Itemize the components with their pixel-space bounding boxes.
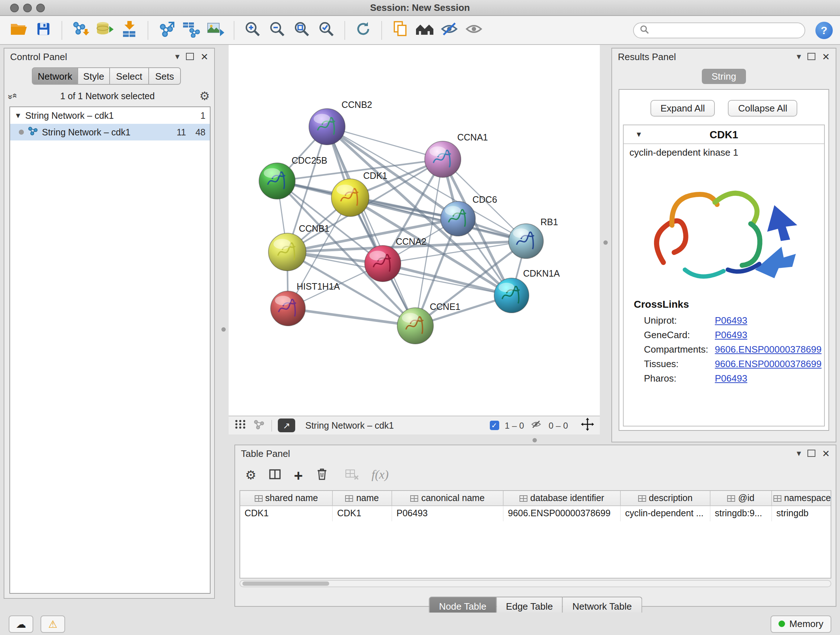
collapse-all-networks-icon[interactable]: » <box>9 95 19 98</box>
column-header[interactable]: database identifier <box>504 491 621 505</box>
export-image-button[interactable] <box>204 19 227 42</box>
column-header[interactable]: name <box>333 491 392 505</box>
zoom-fit-button[interactable] <box>290 19 313 42</box>
table-cell[interactable]: P06493 <box>392 506 504 521</box>
table-cell[interactable]: stringdb <box>772 506 831 521</box>
add-column-icon[interactable]: + <box>294 467 303 483</box>
panel-close-icon[interactable]: ✕ <box>822 52 830 61</box>
delete-column-trash-icon[interactable] <box>316 468 327 482</box>
panel-menu-caret-icon[interactable]: ▾ <box>175 52 180 61</box>
tab-sets[interactable]: Sets <box>149 67 181 85</box>
network-options-gear-icon[interactable]: ⚙ <box>199 90 210 102</box>
splitter-handle[interactable] <box>532 438 537 442</box>
tab-select[interactable]: Select <box>110 67 149 85</box>
panel-float-icon[interactable] <box>807 450 815 457</box>
save-session-button[interactable] <box>32 19 55 42</box>
crosslink-link[interactable]: P06493 <box>715 329 747 340</box>
column-header[interactable]: @id <box>711 491 772 505</box>
clone-network-button[interactable] <box>155 19 178 42</box>
table-cell[interactable]: CDK1 <box>333 506 392 521</box>
open-session-button[interactable] <box>7 19 30 42</box>
import-table-from-file-button[interactable] <box>118 19 141 42</box>
tab-style[interactable]: Style <box>78 67 110 85</box>
table-cell[interactable]: stringdb:9... <box>711 506 772 521</box>
first-neighbors-button[interactable] <box>413 19 436 42</box>
table-cell[interactable]: 9606.ENSP00000378699 <box>504 506 621 521</box>
help-button[interactable]: ? <box>815 21 833 39</box>
panel-menu-caret-icon[interactable]: ▾ <box>797 449 801 458</box>
memory-button[interactable]: Memory <box>771 615 831 632</box>
zoom-fit-icon <box>293 20 310 40</box>
warnings-button[interactable]: ⚠ <box>41 615 65 632</box>
network-node-ccna2[interactable] <box>365 245 401 282</box>
gene-card-header[interactable]: ▼ CDK1 <box>624 125 824 144</box>
expand-all-button[interactable]: Expand All <box>651 100 715 117</box>
results-tab-string[interactable]: String <box>701 69 746 84</box>
zoom-selected-button[interactable] <box>315 19 338 42</box>
column-header[interactable]: namespace <box>772 491 831 505</box>
network-node-ccne1[interactable] <box>397 308 433 344</box>
splitter-handle[interactable] <box>603 241 608 245</box>
hide-selection-button[interactable] <box>438 19 461 42</box>
network-node-cdk1[interactable] <box>332 179 369 217</box>
pan-crosshair-icon[interactable] <box>581 418 594 433</box>
gene-card-collapse-caret-icon[interactable]: ▼ <box>635 130 643 138</box>
crosslink-link[interactable]: P06493 <box>715 372 747 383</box>
table-cell[interactable]: cyclin-dependent ... <box>621 506 711 521</box>
collection-expand-caret-icon[interactable]: ▼ <box>14 111 22 119</box>
show-all-button[interactable] <box>462 19 485 42</box>
selected-checkbox-icon[interactable]: ✓ <box>489 421 499 430</box>
crosslink-label: Pharos: <box>644 372 715 383</box>
collapse-all-button[interactable]: Collapse All <box>728 100 798 117</box>
detach-view-button[interactable]: ↗ <box>278 418 295 432</box>
network-node-ccnb2[interactable] <box>309 109 345 145</box>
zoom-out-button[interactable] <box>265 19 289 42</box>
search-input[interactable] <box>653 24 799 36</box>
scrollbar-thumb[interactable] <box>242 581 329 586</box>
network-node-ccnb1[interactable] <box>268 233 306 271</box>
show-columns-icon[interactable] <box>270 469 281 481</box>
table-row[interactable]: CDK1 CDK1 P06493 9606.ENSP00000378699 cy… <box>240 506 831 521</box>
network-collection-row[interactable]: ▼ String Network – cdk1 1 <box>10 107 210 124</box>
crosslink-link[interactable]: P06493 <box>715 315 747 325</box>
create-network-from-table-button[interactable] <box>180 19 202 42</box>
panel-menu-caret-icon[interactable]: ▾ <box>797 52 801 61</box>
grid-view-icon[interactable] <box>234 418 248 432</box>
current-network-name: String Network – cdk1 <box>305 420 484 431</box>
network-node-cdc25b[interactable] <box>259 163 295 199</box>
panel-float-icon[interactable] <box>186 53 194 60</box>
network-node-cdc6[interactable] <box>441 201 475 236</box>
network-edge-HIST1H1A-CCNE1[interactable] <box>288 309 415 326</box>
import-network-from-file-button[interactable] <box>69 19 92 42</box>
splitter-handle[interactable] <box>221 327 226 332</box>
import-network-from-database-button[interactable] <box>93 19 117 42</box>
column-header[interactable]: shared name <box>240 491 333 505</box>
crosslinks-heading: CrossLinks <box>624 297 824 313</box>
zoom-out-icon <box>268 20 286 40</box>
network-node-ccna1[interactable] <box>425 141 461 177</box>
function-builder-icon[interactable]: f(x) <box>371 468 388 482</box>
apply-layout-button[interactable] <box>352 19 375 42</box>
cloud-status-button[interactable]: ☁ <box>9 615 33 632</box>
network-node-cdkn1a[interactable] <box>494 278 529 313</box>
network-node-hist1h1a[interactable] <box>271 291 305 326</box>
crosslink-link[interactable]: 9606.ENSP00000378699 <box>715 344 821 355</box>
panel-close-icon[interactable]: ✕ <box>822 448 830 458</box>
zoom-in-button[interactable] <box>241 19 264 42</box>
column-header[interactable]: description <box>621 491 711 505</box>
panel-float-icon[interactable] <box>807 53 815 60</box>
tab-network[interactable]: Network <box>32 67 78 85</box>
network-canvas[interactable]: CCNB2CCNA1CDC25BCDK1CDC6RB1CCNB1CCNA2CDK… <box>229 45 600 416</box>
column-header[interactable]: canonical name <box>392 491 504 505</box>
global-search-field[interactable] <box>633 22 805 38</box>
paste-button[interactable] <box>388 19 412 42</box>
hidden-eye-slash-icon[interactable] <box>530 419 543 432</box>
table-horizontal-scrollbar[interactable] <box>240 580 831 587</box>
table-settings-gear-icon[interactable]: ⚙ <box>245 469 256 481</box>
network-row-selected[interactable]: String Network – cdk1 11 48 <box>10 124 210 141</box>
network-view-share-icon[interactable] <box>253 419 265 432</box>
table-cell[interactable]: CDK1 <box>240 506 333 521</box>
crosslink-link[interactable]: 9606.ENSP00000378699 <box>715 358 821 369</box>
panel-close-icon[interactable]: ✕ <box>201 52 208 61</box>
network-node-rb1[interactable] <box>508 224 543 258</box>
